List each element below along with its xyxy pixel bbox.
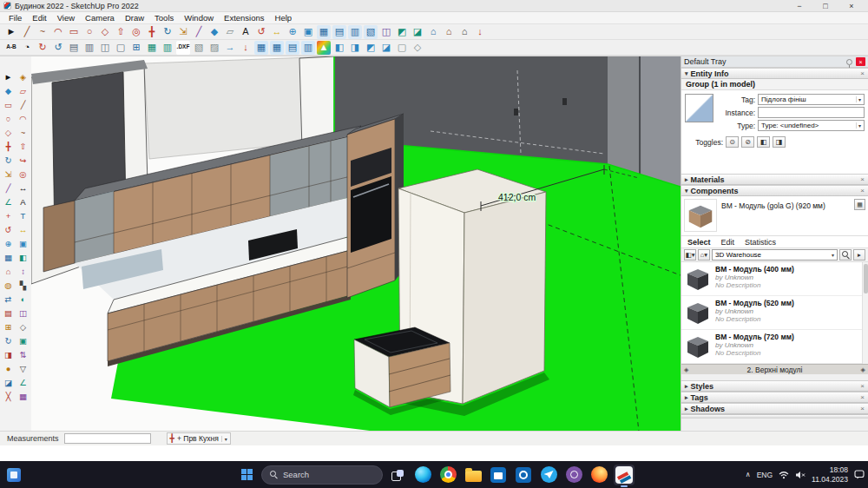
scale-tool-icon[interactable]: ⇲ bbox=[176, 25, 190, 39]
widgets-icon[interactable] bbox=[3, 465, 24, 485]
paint-bucket-tool-icon[interactable]: ◆ bbox=[1, 84, 16, 98]
crate-tool-icon-1[interactable]: ▧ bbox=[192, 41, 206, 55]
component-list-item[interactable]: ВМ - Модуль (720 мм) by Unknown No Descr… bbox=[681, 330, 868, 364]
materials-close-icon[interactable]: × bbox=[860, 175, 865, 183]
tray-title-bar[interactable]: Default Tray × bbox=[681, 56, 868, 68]
zoom-extents-tool-icon[interactable]: ▣ bbox=[301, 25, 315, 39]
teal-tool-icon-2[interactable]: ◪ bbox=[411, 25, 424, 39]
plugin-tool-icon-11[interactable]: ⊞ bbox=[1, 320, 16, 334]
rotate-cw-tool-icon[interactable]: ↻ bbox=[36, 41, 49, 55]
cube-outline-tool-icon-2[interactable]: ◇ bbox=[411, 41, 424, 55]
material-thumbnail[interactable] bbox=[685, 94, 713, 122]
line-tool-icon[interactable]: ╱ bbox=[16, 98, 30, 112]
loop-tool-icon[interactable]: ◔ bbox=[20, 41, 34, 55]
push-pull-tool-icon[interactable]: ⇧ bbox=[16, 140, 30, 154]
type-dropdown[interactable]: Type: <undefined> ▾ bbox=[758, 120, 865, 131]
zoom-extents-tool-icon[interactable]: ▣ bbox=[16, 237, 30, 251]
chrome-icon[interactable] bbox=[437, 465, 458, 485]
component-list-item[interactable]: ВМ - Модуль (400 мм) by Unknown No Descr… bbox=[681, 262, 868, 296]
move-tool-icon[interactable]: ╋ bbox=[145, 25, 159, 39]
menu-camera[interactable]: Camera bbox=[80, 12, 120, 24]
library-dropdown[interactable]: 3D Warehouse ▾ bbox=[712, 249, 838, 260]
plugin-tool-icon-12[interactable]: ◇ bbox=[16, 320, 30, 334]
menu-file[interactable]: File bbox=[3, 12, 27, 24]
tape-measure-tool-icon[interactable]: ╱ bbox=[192, 25, 206, 39]
text-tool-icon[interactable]: A bbox=[16, 195, 30, 209]
plugin-tool-icon-5[interactable]: ◍ bbox=[1, 279, 16, 293]
entity-info-header[interactable]: ▾ Entity Info × bbox=[681, 68, 868, 79]
freehand-tool-icon[interactable]: ~ bbox=[16, 126, 30, 140]
plugin-tool-icon-18[interactable]: ▽ bbox=[16, 362, 30, 376]
dxf-export-tool-icon[interactable]: .DXF bbox=[176, 41, 190, 55]
plugin-tool-icon-3[interactable]: ⌂ bbox=[1, 265, 16, 279]
orbit-tool-icon[interactable]: ↺ bbox=[254, 25, 268, 39]
menu-help[interactable]: Help bbox=[270, 12, 298, 24]
components-close-icon[interactable]: × bbox=[860, 187, 865, 195]
move-tool-icon[interactable]: ╋ bbox=[1, 140, 16, 154]
pager-label[interactable]: 2. Верхні модулі bbox=[688, 366, 860, 374]
styles-close-icon[interactable]: × bbox=[860, 382, 865, 390]
blue-chip-tool-icon-1[interactable]: ▦ bbox=[254, 41, 268, 55]
shadows-close-icon[interactable]: × bbox=[860, 405, 865, 412]
model-viewport[interactable]: 412,0 cm bbox=[31, 56, 681, 432]
materials-header[interactable]: ▸ Materials × bbox=[681, 174, 868, 185]
shadows-header[interactable]: ▸ Shadows × bbox=[681, 403, 868, 414]
text-tool-icon[interactable]: A bbox=[239, 25, 253, 39]
plugin-tool-icon-4[interactable]: ↕ bbox=[16, 265, 30, 279]
mirror-tool-icon[interactable]: ◫ bbox=[379, 25, 393, 39]
pin-icon[interactable] bbox=[846, 59, 852, 65]
volume-icon[interactable] bbox=[795, 471, 806, 479]
grid-select-tool-icon-1[interactable]: ▦ bbox=[317, 25, 331, 39]
language-indicator[interactable]: ENG bbox=[757, 471, 773, 479]
search-button[interactable] bbox=[839, 249, 852, 260]
polygon-tool-icon[interactable]: ◇ bbox=[98, 25, 112, 39]
styles-header[interactable]: ▸ Styles × bbox=[681, 380, 868, 392]
tab-statistics[interactable]: Statistics bbox=[745, 238, 776, 247]
tape-measure-tool-icon[interactable]: ╱ bbox=[1, 181, 16, 195]
plugin-tool-icon-10[interactable]: ◫ bbox=[16, 307, 30, 320]
plugin-tool-icon-14[interactable]: ▣ bbox=[16, 334, 30, 348]
plugin-tool-icon-7[interactable]: ⇄ bbox=[1, 293, 16, 307]
arrow-right-tool-icon[interactable]: → bbox=[223, 41, 237, 55]
line-tool-icon[interactable]: ╱ bbox=[20, 25, 34, 39]
menu-edit[interactable]: Edit bbox=[27, 12, 51, 24]
file-explorer-icon[interactable] bbox=[463, 465, 483, 485]
blue-chip-tool-icon-4[interactable]: ▥ bbox=[301, 41, 315, 55]
tags-close-icon[interactable]: × bbox=[860, 393, 865, 401]
firefox-icon[interactable] bbox=[589, 465, 609, 485]
protractor-tool-icon[interactable]: ∠ bbox=[1, 195, 16, 209]
kitchen-3d-scene[interactable]: 412,0 cm bbox=[31, 56, 681, 432]
secondary-pane-button[interactable]: ▦ bbox=[854, 199, 865, 210]
component-list-item[interactable]: ВМ - Модуль (520 мм) by Unknown No Descr… bbox=[681, 296, 868, 330]
plugin-tool-icon-2[interactable]: ◧ bbox=[16, 251, 30, 265]
tab-select[interactable]: Select bbox=[687, 238, 711, 247]
start-button[interactable] bbox=[236, 465, 257, 485]
house-tool-icon-2[interactable]: ⌂ bbox=[442, 25, 456, 39]
grid-tool-icon[interactable]: ⊞ bbox=[129, 41, 143, 55]
scale-tool-icon[interactable]: ⇲ bbox=[1, 168, 16, 181]
circle-tool-icon[interactable]: ○ bbox=[1, 112, 16, 126]
plugin-tool-icon-1[interactable]: ▦ bbox=[1, 251, 16, 265]
section-tool-icon[interactable]: ◫ bbox=[98, 41, 112, 55]
make-component-tool-icon[interactable]: ◈ bbox=[16, 70, 30, 84]
taskbar-search[interactable]: Search bbox=[261, 465, 383, 485]
hidden-icons-chevron[interactable]: ∧ bbox=[746, 471, 751, 478]
blue-chip-tool-icon-2[interactable]: ▦ bbox=[270, 41, 284, 55]
eraser-tool-icon[interactable]: ▱ bbox=[16, 84, 30, 98]
arrow-down-tool-icon-2[interactable]: ↓ bbox=[239, 41, 253, 55]
menu-draw[interactable]: Draw bbox=[120, 12, 149, 24]
plugin-tool-icon-17[interactable]: ● bbox=[1, 362, 16, 376]
grid-select-tool-icon-3[interactable]: ▥ bbox=[348, 25, 362, 39]
columns-tool-icon[interactable]: ▥ bbox=[161, 41, 174, 55]
cube-tool-icon-4[interactable]: ◪ bbox=[379, 41, 393, 55]
plugin-tool-icon-9[interactable]: ▤ bbox=[1, 307, 16, 320]
plugin-tool-icon-8[interactable]: ◐ bbox=[16, 293, 30, 307]
align-tool-icon-1[interactable]: ▤ bbox=[67, 41, 81, 55]
cast-shadows-toggle-icon[interactable]: ◧ bbox=[757, 136, 770, 148]
in-model-button[interactable]: ⌂▾ bbox=[698, 249, 710, 260]
store-icon[interactable] bbox=[488, 465, 509, 485]
rotate-tool-icon[interactable]: ↻ bbox=[1, 154, 16, 168]
offset-tool-icon[interactable]: ◎ bbox=[129, 25, 143, 39]
table-tool-icon[interactable]: ▦ bbox=[145, 41, 159, 55]
measurements-input[interactable] bbox=[64, 433, 151, 444]
